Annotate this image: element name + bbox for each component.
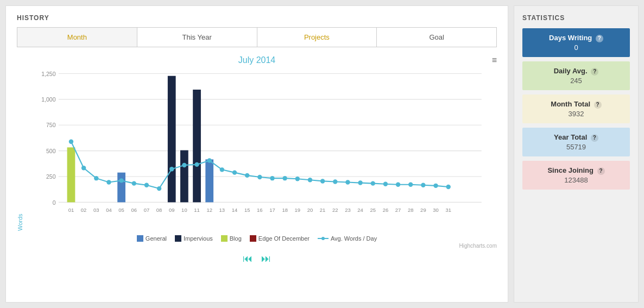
tab-this-year[interactable]: This Year: [137, 28, 257, 47]
chart-legend: General Impervious Blog Edge Of December…: [17, 235, 497, 242]
legend-label-general: General: [146, 235, 167, 242]
avg-dot-07: [144, 183, 149, 187]
tab-month[interactable]: Month: [17, 28, 137, 47]
stat-label-days-writing: Days Writing ?: [528, 34, 624, 42]
svg-text:06: 06: [131, 207, 137, 213]
svg-text:07: 07: [144, 207, 150, 213]
legend-label-avg: Avg. Words / Day: [331, 235, 377, 242]
highcharts-credit: Highcharts.com: [17, 243, 497, 249]
question-icon-daily-avg[interactable]: ?: [591, 68, 598, 76]
avg-dot-02: [81, 166, 86, 170]
avg-dot-25: [371, 181, 375, 185]
chart-title-row: July 2014 ≡: [17, 55, 497, 65]
stat-value-month-total: 3932: [528, 110, 624, 118]
hamburger-icon[interactable]: ≡: [492, 55, 497, 65]
legend-box-blog: [221, 235, 228, 242]
tab-projects[interactable]: Projects: [257, 28, 377, 47]
svg-point-44: [321, 237, 325, 240]
legend-impervious: Impervious: [175, 235, 213, 242]
svg-text:31: 31: [445, 207, 451, 213]
legend-box-edge: [250, 235, 256, 242]
avg-dot-09: [169, 167, 174, 171]
chart-container: Words 1,250 1,000 750 500 250 0 01 02: [17, 68, 497, 231]
legend-box-general: [137, 235, 143, 242]
svg-text:08: 08: [156, 207, 162, 213]
stat-card-days-writing: Days Writing ? 0: [522, 28, 630, 57]
legend-label-blog: Blog: [230, 235, 242, 242]
bar-blog-01: [67, 147, 75, 202]
legend-box-impervious: [175, 235, 181, 242]
avg-dot-16: [257, 175, 262, 179]
main-panel: HISTORY Month This Year Projects Goal Ju…: [5, 5, 508, 303]
svg-text:27: 27: [395, 207, 401, 213]
avg-dot-05: [119, 178, 123, 183]
svg-text:10: 10: [181, 207, 187, 213]
svg-text:20: 20: [307, 207, 313, 213]
svg-text:30: 30: [433, 207, 439, 213]
avg-dot-18: [282, 176, 287, 180]
chart-inner: 1,250 1,000 750 500 250 0 01 02 03 04 05…: [26, 68, 497, 231]
avg-dot-24: [358, 180, 362, 185]
avg-dot-28: [408, 183, 413, 187]
avg-dot-06: [132, 181, 136, 185]
svg-text:25: 25: [370, 207, 376, 213]
svg-text:14: 14: [232, 207, 238, 213]
svg-text:1,000: 1,000: [41, 96, 55, 103]
svg-text:28: 28: [408, 207, 414, 213]
stat-label-year-total: Year Total ?: [528, 133, 624, 142]
stat-label-since-joining: Since Joining ?: [528, 166, 624, 175]
avg-dot-31: [446, 185, 451, 189]
nav-arrows: ⏮ ⏭: [17, 253, 497, 265]
svg-text:09: 09: [169, 207, 175, 213]
stat-card-daily-avg: Daily Avg. ? 245: [522, 61, 630, 90]
svg-text:11: 11: [194, 207, 200, 213]
stat-value-days-writing: 0: [528, 43, 624, 52]
avg-dot-13: [220, 167, 224, 172]
nav-next-arrow[interactable]: ⏭: [261, 253, 271, 264]
y-axis-label: Words: [17, 68, 23, 231]
avg-dot-22: [333, 179, 337, 184]
avg-dot-01: [69, 140, 73, 144]
chart-title: July 2014: [238, 55, 276, 65]
bar-impervious-11: [193, 90, 201, 202]
svg-text:02: 02: [81, 207, 87, 213]
svg-text:250: 250: [46, 173, 56, 180]
avg-dot-10: [182, 163, 186, 167]
stats-title: STATISTICS: [522, 14, 630, 22]
svg-text:21: 21: [320, 207, 326, 213]
svg-text:26: 26: [383, 207, 389, 213]
svg-text:16: 16: [257, 207, 263, 213]
legend-general: General: [137, 235, 167, 242]
avg-dot-29: [421, 183, 425, 187]
nav-prev-arrow[interactable]: ⏮: [243, 253, 252, 264]
question-icon-since-joining[interactable]: ?: [597, 167, 605, 175]
svg-text:13: 13: [219, 207, 225, 213]
avg-dot-04: [106, 180, 111, 184]
bar-impervious-10: [180, 150, 188, 203]
avg-line: [71, 142, 449, 188]
svg-text:12: 12: [206, 207, 212, 213]
tab-bar: Month This Year Projects Goal: [17, 27, 497, 47]
svg-text:24: 24: [357, 207, 363, 213]
legend-label-impervious: Impervious: [184, 235, 213, 242]
bar-general-12: [205, 159, 213, 202]
tab-goal[interactable]: Goal: [377, 28, 496, 47]
avg-dot-26: [383, 181, 388, 186]
avg-dot-21: [320, 179, 325, 183]
question-icon-month-total[interactable]: ?: [594, 101, 602, 109]
question-icon-days-writing[interactable]: ?: [596, 35, 603, 42]
avg-dot-15: [245, 173, 249, 178]
avg-dot-03: [94, 176, 98, 180]
svg-text:22: 22: [332, 207, 338, 213]
avg-dot-30: [433, 184, 438, 188]
bar-impervious-09: [168, 76, 176, 203]
stat-value-daily-avg: 245: [528, 77, 624, 85]
svg-text:17: 17: [269, 207, 275, 213]
avg-dot-27: [396, 183, 400, 187]
legend-avg: Avg. Words / Day: [318, 235, 377, 242]
stat-card-month-total: Month Total ? 3932: [522, 95, 630, 123]
avg-dot-17: [270, 176, 274, 180]
question-icon-year-total[interactable]: ?: [591, 134, 598, 142]
svg-text:23: 23: [345, 207, 351, 213]
svg-text:18: 18: [282, 207, 288, 213]
